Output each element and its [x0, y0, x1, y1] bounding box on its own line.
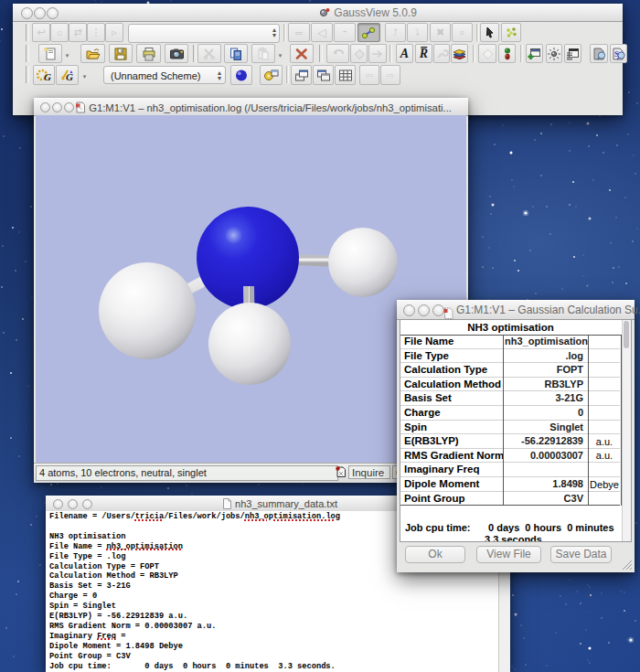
svg-text:G: G	[44, 71, 51, 82]
